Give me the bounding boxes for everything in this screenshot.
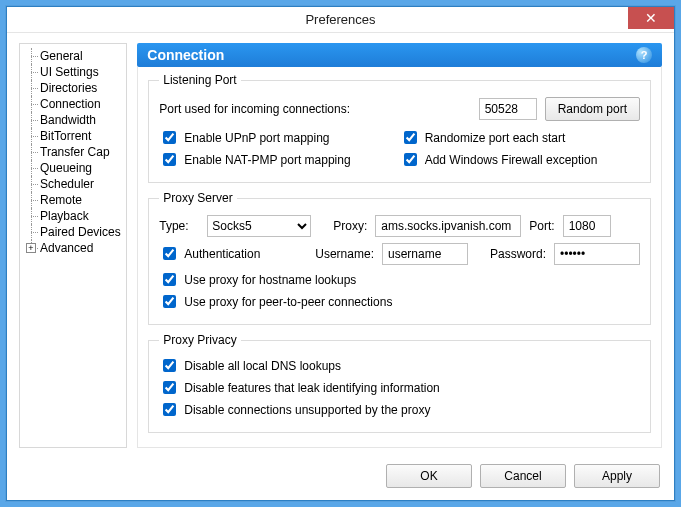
type-label: Type:: [159, 219, 199, 233]
sidebar-item-label: Advanced: [40, 241, 93, 255]
unsup-checkbox[interactable]: Disable connections unsupported by the p…: [159, 400, 640, 419]
sidebar-item-label: Scheduler: [40, 177, 94, 191]
username-label: Username:: [315, 247, 374, 261]
sidebar-item-transfer-cap[interactable]: Transfer Cap: [22, 144, 124, 160]
natpmp-checkbox[interactable]: Enable NAT-PMP port mapping: [159, 150, 399, 169]
password-label: Password:: [490, 247, 546, 261]
sidebar-item-ui-settings[interactable]: UI Settings: [22, 64, 124, 80]
sidebar-item-label: Transfer Cap: [40, 145, 110, 159]
panel-body: Listening Port Port used for incoming co…: [137, 67, 662, 448]
proxy-port-input[interactable]: [563, 215, 611, 237]
sidebar-item-paired-devices[interactable]: Paired Devices: [22, 224, 124, 240]
sidebar-item-label: BitTorrent: [40, 129, 91, 143]
hostname-checkbox[interactable]: Use proxy for hostname lookups: [159, 270, 640, 289]
p2p-checkbox[interactable]: Use proxy for peer-to-peer connections: [159, 292, 640, 311]
proxy-privacy-group: Proxy Privacy Disable all local DNS look…: [148, 333, 651, 433]
port-input[interactable]: [479, 98, 537, 120]
close-icon: ✕: [645, 10, 657, 26]
proxy-legend: Proxy Server: [159, 191, 236, 205]
sidebar-item-label: Connection: [40, 97, 101, 111]
window-title: Preferences: [7, 12, 674, 27]
privacy-legend: Proxy Privacy: [159, 333, 240, 347]
sidebar-item-label: Paired Devices: [40, 225, 121, 239]
randomize-checkbox[interactable]: Randomize port each start: [400, 128, 640, 147]
upnp-checkbox[interactable]: Enable UPnP port mapping: [159, 128, 399, 147]
sidebar-item-bittorrent[interactable]: BitTorrent: [22, 128, 124, 144]
sidebar-item-advanced[interactable]: +Advanced: [22, 240, 124, 256]
sidebar-item-label: Directories: [40, 81, 97, 95]
titlebar: Preferences ✕: [7, 7, 674, 33]
apply-button[interactable]: Apply: [574, 464, 660, 488]
category-tree[interactable]: GeneralUI SettingsDirectoriesConnectionB…: [19, 43, 127, 448]
port-label: Port used for incoming connections:: [159, 102, 350, 116]
ok-button[interactable]: OK: [386, 464, 472, 488]
sidebar-item-bandwidth[interactable]: Bandwidth: [22, 112, 124, 128]
sidebar-item-playback[interactable]: Playback: [22, 208, 124, 224]
sidebar-item-queueing[interactable]: Queueing: [22, 160, 124, 176]
sidebar-item-remote[interactable]: Remote: [22, 192, 124, 208]
panel-header: Connection ?: [137, 43, 662, 67]
cancel-button[interactable]: Cancel: [480, 464, 566, 488]
auth-checkbox[interactable]: Authentication: [159, 244, 307, 263]
proxy-host-input[interactable]: [375, 215, 521, 237]
sidebar-item-scheduler[interactable]: Scheduler: [22, 176, 124, 192]
leak-checkbox[interactable]: Disable features that leak identifying i…: [159, 378, 640, 397]
random-port-button[interactable]: Random port: [545, 97, 640, 121]
proxy-type-select[interactable]: Socks5: [207, 215, 311, 237]
username-input[interactable]: [382, 243, 468, 265]
close-button[interactable]: ✕: [628, 7, 674, 29]
sidebar-item-label: UI Settings: [40, 65, 99, 79]
preferences-window: Preferences ✕ GeneralUI SettingsDirector…: [6, 6, 675, 501]
proxy-server-group: Proxy Server Type: Socks5 Proxy: Port: A: [148, 191, 651, 325]
panel-title-text: Connection: [147, 47, 224, 63]
password-input[interactable]: [554, 243, 640, 265]
dialog-footer: OK Cancel Apply: [7, 456, 674, 500]
dns-checkbox[interactable]: Disable all local DNS lookups: [159, 356, 640, 375]
proxy-label: Proxy:: [333, 219, 367, 233]
listening-port-group: Listening Port Port used for incoming co…: [148, 73, 651, 183]
sidebar-item-directories[interactable]: Directories: [22, 80, 124, 96]
firewall-checkbox[interactable]: Add Windows Firewall exception: [400, 150, 640, 169]
sidebar-item-general[interactable]: General: [22, 48, 124, 64]
help-icon[interactable]: ?: [636, 47, 652, 63]
sidebar-item-label: Bandwidth: [40, 113, 96, 127]
listening-legend: Listening Port: [159, 73, 240, 87]
sidebar-item-label: General: [40, 49, 83, 63]
sidebar-item-label: Remote: [40, 193, 82, 207]
proxy-port-label: Port:: [529, 219, 554, 233]
sidebar-item-label: Playback: [40, 209, 89, 223]
expand-icon[interactable]: +: [26, 243, 36, 253]
sidebar-item-label: Queueing: [40, 161, 92, 175]
sidebar-item-connection[interactable]: Connection: [22, 96, 124, 112]
